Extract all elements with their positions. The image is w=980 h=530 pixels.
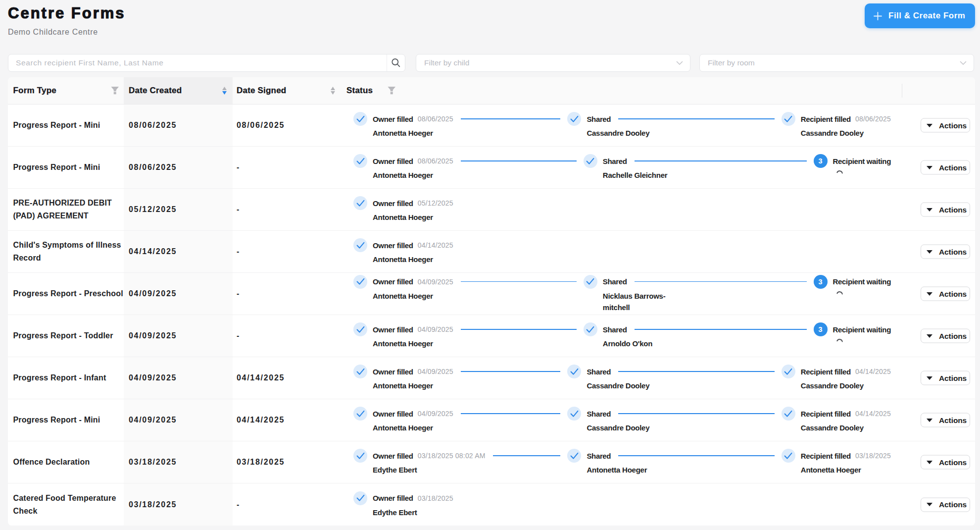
check-icon: [570, 410, 579, 418]
cell-form-type: Progress Report - Mini: [13, 147, 128, 188]
recipient-search-box: [8, 54, 405, 72]
cell-date-created: 04/14/2025: [129, 231, 177, 272]
status-check-circle: [353, 154, 367, 168]
status-timeline: Owner filled04/09/2025Antonetta HoegerSh…: [353, 399, 891, 441]
status-step-label: Recipient filled: [801, 115, 851, 123]
search-icon: [392, 58, 400, 67]
actions-button[interactable]: Actions: [921, 413, 970, 427]
status-step: Owner filled04/09/2025Antonetta Hoeger: [353, 407, 567, 433]
cell-form-type: Progress Report - Preschool: [13, 273, 128, 315]
table-row: Progress Report - Mini08/06/2025-Owner f…: [8, 147, 975, 189]
status-count-badge: 3: [814, 322, 828, 336]
status-step-label: Owner filled: [373, 199, 413, 208]
table-row: Progress Report - Toddler04/09/2025-Owne…: [8, 315, 975, 357]
status-step-top: 3Recipient waiting: [814, 322, 891, 336]
status-step-label: Owner filled: [373, 325, 413, 334]
status-steps: Owner filled03/18/2025 08:02 AMEdythe Eb…: [353, 449, 891, 476]
status-step-name: Antonetta Hoeger: [373, 168, 584, 181]
cell-date-created: 08/06/2025: [129, 147, 177, 188]
status-step: SharedCassandre Dooley: [567, 112, 781, 139]
status-step-name: Nicklaus Barrows- mitchell: [603, 289, 814, 313]
status-connector-line: [461, 371, 561, 372]
filter-icon[interactable]: [388, 87, 396, 95]
column-header-form-type[interactable]: Form Type: [13, 77, 56, 104]
filter-by-child-select[interactable]: Filter by child: [416, 54, 690, 72]
status-step-top: Recipient filled04/14/2025: [782, 365, 891, 378]
status-step-top: Owner filled08/06/2025: [353, 112, 567, 126]
column-header-status[interactable]: Status: [346, 77, 373, 104]
sort-up-icon: [331, 87, 335, 90]
status-timeline: Owner filled05/12/2025Antonetta Hoeger: [353, 189, 891, 230]
status-step-date: 04/09/2025: [418, 410, 453, 418]
status-step-label: Owner filled: [373, 452, 413, 460]
check-icon: [356, 494, 365, 502]
status-step-name: Rachelle Gleichner: [603, 168, 814, 181]
table-row: PRE-AUTHORIZED DEBIT (PAD) AGREEMENT05/1…: [8, 189, 975, 231]
status-steps: Owner filled04/09/2025Antonetta HoegerSh…: [353, 407, 891, 433]
status-step: SharedCassandre Dooley: [567, 365, 781, 391]
actions-button[interactable]: Actions: [921, 118, 970, 133]
actions-button[interactable]: Actions: [921, 371, 970, 385]
status-step-top: 3Recipient waiting: [814, 154, 891, 168]
check-icon: [356, 200, 365, 207]
actions-button[interactable]: Actions: [921, 455, 970, 470]
status-step: Owner filled04/09/2025Antonetta Hoeger: [353, 365, 567, 391]
status-step: SharedNicklaus Barrows- mitchell: [584, 275, 814, 313]
actions-button[interactable]: Actions: [921, 287, 970, 301]
status-step-label: Owner filled: [373, 241, 413, 250]
status-step: 3Recipient waiting: [814, 275, 891, 298]
status-step-name: Antonetta Hoeger: [373, 289, 584, 302]
cell-form-type: Progress Report - Mini: [13, 399, 128, 441]
status-check-circle: [353, 449, 367, 463]
status-connector-line: [461, 413, 561, 414]
check-icon: [356, 410, 365, 418]
table-row: Offence Declaration03/18/202503/18/2025O…: [8, 441, 975, 483]
sort-icons-date-created[interactable]: [222, 87, 227, 95]
status-step-top: Owner filled04/09/2025: [353, 322, 584, 336]
status-step-name: Antonetta Hoeger: [373, 252, 453, 265]
header-divider: [902, 84, 902, 98]
status-steps: Owner filled04/14/2025Antonetta Hoeger: [353, 238, 891, 265]
recipient-search-input[interactable]: [8, 54, 387, 71]
check-icon: [356, 278, 365, 285]
loading-spinner-icon: [836, 169, 843, 175]
actions-button[interactable]: Actions: [921, 203, 970, 217]
table-row: Progress Report - Preschool04/09/2025-Ow…: [8, 273, 975, 315]
column-header-date-signed[interactable]: Date Signed: [237, 77, 286, 104]
plus-icon: [874, 12, 882, 20]
status-steps: Owner filled04/09/2025Antonetta HoegerSh…: [353, 322, 891, 349]
actions-button[interactable]: Actions: [921, 329, 970, 343]
sort-icons-date-signed[interactable]: [331, 87, 335, 95]
status-step-date: 04/09/2025: [418, 368, 453, 375]
status-check-circle: [353, 322, 367, 336]
actions-button[interactable]: Actions: [921, 497, 970, 512]
caret-down-icon: [927, 250, 932, 254]
forms-table: Form Type Date Created Date Signed Statu…: [8, 77, 975, 526]
actions-button[interactable]: Actions: [921, 245, 970, 259]
caret-down-icon: [927, 208, 932, 212]
status-step-name: Cassandre Dooley: [801, 126, 891, 139]
filter-by-room-select[interactable]: Filter by room: [699, 54, 974, 72]
fill-create-form-button[interactable]: Fill & Create Form: [865, 3, 975, 28]
check-icon: [784, 452, 792, 460]
search-button[interactable]: [387, 54, 405, 71]
filter-by-room-placeholder: Filter by room: [708, 58, 755, 67]
actions-button[interactable]: Actions: [921, 160, 970, 175]
cell-date-created: 03/18/2025: [129, 483, 177, 526]
status-check-circle: [353, 491, 367, 505]
check-icon: [570, 115, 579, 123]
status-check-circle: [353, 275, 367, 289]
status-step-name: Antonetta Hoeger: [373, 421, 567, 433]
status-connector-line: [618, 455, 775, 456]
filter-icon[interactable]: [111, 87, 119, 95]
status-step-top: Shared: [567, 449, 781, 463]
status-step-label: Recipient waiting: [833, 325, 891, 334]
column-header-date-created[interactable]: Date Created: [129, 77, 182, 104]
status-check-circle: [782, 407, 795, 421]
cell-form-type: PRE-AUTHORIZED DEBIT (PAD) AGREEMENT: [13, 189, 128, 230]
status-step-label: Shared: [603, 325, 627, 334]
status-step: Recipient filled04/14/2025Cassandre Dool…: [782, 407, 891, 433]
status-steps: Owner filled04/09/2025Antonetta HoegerSh…: [353, 275, 891, 313]
cell-form-type: Offence Declaration: [13, 441, 128, 483]
cell-date-signed: -: [237, 231, 240, 272]
